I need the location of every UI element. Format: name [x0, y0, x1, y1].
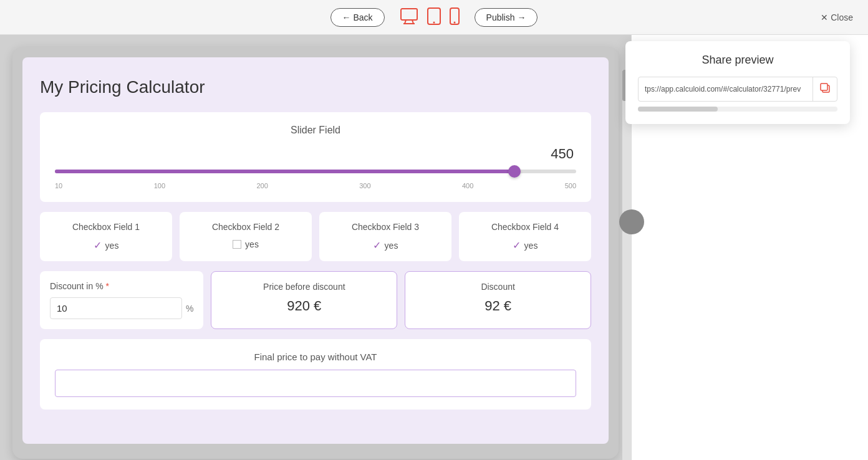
price-before-card: Price before discount 920 €: [211, 271, 397, 329]
main-area: My Pricing Calculator Slider Field 450 1…: [0, 35, 868, 460]
tick-min: 10: [55, 182, 62, 189]
calculator-container: My Pricing Calculator Slider Field 450 1…: [22, 57, 609, 444]
price-before-value: 920 €: [221, 298, 387, 314]
slider-wrapper: [55, 165, 576, 178]
back-button[interactable]: ← Back: [330, 8, 385, 27]
checkbox-4-value: yes: [524, 241, 538, 251]
checkbox-grid: Checkbox Field 1 ✓ yes Checkbox Field 2 …: [40, 212, 591, 261]
tablet-icon[interactable]: [427, 7, 441, 27]
scrollbar-track: [622, 70, 631, 460]
close-button[interactable]: ✕ Close: [821, 12, 853, 22]
checkbox-card-2: Checkbox Field 2 yes: [180, 212, 312, 261]
discount-result-value: 92 €: [415, 298, 581, 314]
tick-max: 500: [565, 182, 576, 189]
discount-result-label: Discount: [415, 282, 581, 292]
url-row: tps://app.calculoid.com/#/calculator/327…: [638, 77, 837, 102]
discount-input-row: %: [50, 297, 193, 319]
slider-label: Slider Field: [55, 125, 576, 136]
checkbox-2-row: yes: [190, 239, 302, 249]
slider-fill: [55, 170, 514, 173]
checkbox-card-4: Checkbox Field 4 ✓ yes: [459, 212, 591, 261]
checkmark-3-icon: ✓: [373, 239, 381, 251]
percent-label: %: [186, 304, 193, 314]
url-scrollbar-thumb[interactable]: [638, 107, 718, 112]
svg-point-7: [453, 21, 455, 23]
svg-point-5: [433, 21, 435, 23]
calculator-title: My Pricing Calculator: [40, 77, 591, 97]
final-price-label: Final price to pay without VAT: [55, 352, 576, 362]
share-url: tps://app.calculoid.com/#/calculator/327…: [639, 80, 813, 98]
discount-input-card: Discount in % * %: [40, 271, 203, 329]
checkbox-3-row: ✓ yes: [329, 239, 441, 251]
price-before-label: Price before discount: [221, 282, 387, 292]
checkbox-2-value: yes: [245, 239, 259, 249]
checkbox-1-row: ✓ yes: [50, 239, 162, 251]
checkbox-card-3: Checkbox Field 3 ✓ yes: [319, 212, 451, 261]
copy-url-button[interactable]: [813, 77, 837, 101]
discount-field-label: Discount in % *: [50, 281, 193, 291]
desktop-icon[interactable]: [400, 7, 418, 27]
discount-row: Discount in % * % Price before discount …: [40, 271, 591, 329]
mobile-icon[interactable]: [450, 7, 460, 27]
slider-track: [55, 170, 576, 173]
url-scrollbar: [638, 107, 837, 112]
checkbox-4-label: Checkbox Field 4: [469, 222, 581, 232]
tick-1: 100: [154, 182, 165, 189]
device-icons: [400, 7, 460, 27]
checkbox-3-label: Checkbox Field 3: [329, 222, 441, 232]
checkbox-1-value: yes: [105, 241, 119, 251]
checkbox-1-label: Checkbox Field 1: [50, 222, 162, 232]
share-preview-title: Share preview: [638, 54, 837, 67]
publish-button[interactable]: Publish →: [475, 8, 538, 27]
preview-area: My Pricing Calculator Slider Field 450 1…: [0, 35, 631, 460]
required-marker: *: [105, 281, 109, 291]
toolbar-center: ← Back: [330, 7, 538, 27]
checkbox-3-value: yes: [385, 241, 398, 251]
share-preview-popup: Share preview tps://app.calculoid.com/#/…: [625, 41, 850, 124]
tick-3: 300: [359, 182, 370, 189]
final-price-input[interactable]: [55, 370, 576, 397]
checkmark-1-icon: ✓: [94, 239, 102, 251]
discount-result-card: Discount 92 €: [405, 271, 591, 329]
tablet-frame: My Pricing Calculator Slider Field 450 1…: [12, 47, 619, 459]
discount-input[interactable]: [50, 297, 182, 319]
tick-2: 200: [256, 182, 268, 189]
slider-value: 450: [55, 146, 576, 162]
sidebar-handle[interactable]: [619, 209, 644, 234]
checkbox-2-label: Checkbox Field 2: [190, 222, 302, 232]
right-panel: Share preview tps://app.calculoid.com/#/…: [631, 35, 868, 460]
checkmark-4-icon: ✓: [513, 239, 521, 251]
tick-4: 400: [462, 182, 473, 189]
slider-thumb[interactable]: [508, 165, 521, 178]
checkbox-2-empty-icon[interactable]: [233, 240, 241, 249]
final-price-card: Final price to pay without VAT: [40, 339, 591, 410]
checkbox-card-1: Checkbox Field 1 ✓ yes: [40, 212, 172, 261]
slider-section: Slider Field 450 10 100 200 300 400: [40, 112, 591, 202]
svg-rect-9: [821, 84, 827, 90]
checkbox-4-row: ✓ yes: [469, 239, 581, 251]
slider-ticks: 10 100 200 300 400 500: [55, 182, 576, 189]
svg-rect-0: [401, 9, 417, 20]
toolbar: ← Back: [0, 0, 868, 35]
